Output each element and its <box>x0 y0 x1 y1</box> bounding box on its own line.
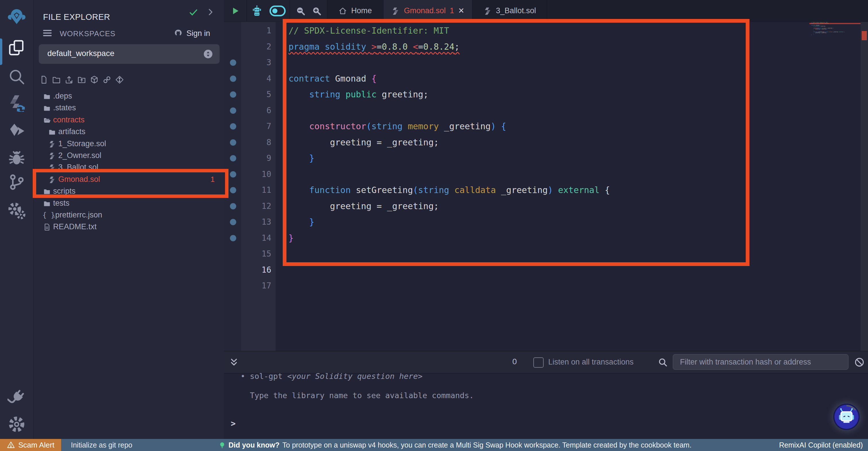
tree-item-tests[interactable]: tests <box>34 198 224 209</box>
workspace-value: default_workspace <box>48 49 114 58</box>
solidity-icon <box>48 152 56 160</box>
line-number: 14 <box>241 230 271 246</box>
code-line-6[interactable]: 6 <box>224 103 809 119</box>
remix-logo-icon[interactable] <box>7 7 26 26</box>
code-line-8[interactable]: 8 greeting = _greeting; <box>224 135 809 150</box>
code-line-16[interactable]: 16 <box>224 262 809 278</box>
solidity-icon <box>48 140 56 148</box>
sign-in-button[interactable]: Sign in <box>173 28 210 38</box>
code-line-14[interactable]: 14} <box>224 230 809 246</box>
close-tab-icon[interactable]: ✕ <box>458 6 464 15</box>
folder-icon <box>43 200 51 207</box>
tree-item-.prettierrc.json[interactable]: { }.prettierrc.json <box>34 209 224 221</box>
workspaces-row: WORKSPACES Sign in <box>43 28 215 40</box>
code-line-5[interactable]: 5 string public greeting; <box>224 86 809 103</box>
tab-ballot[interactable]: 3_Ballot.sol <box>472 0 547 22</box>
code-text: greeting = _greeting; <box>288 135 439 150</box>
code-line-2[interactable]: 2pragma solidity >=0.8.0 <=0.8.24; <box>224 39 809 55</box>
copilot-status-button[interactable]: RemixAI Copilot (enabled) <box>779 441 863 449</box>
plugin-manager-icon[interactable] <box>7 389 26 407</box>
active-plugin-indicator <box>0 38 2 65</box>
debugger-icon[interactable] <box>7 149 26 167</box>
copilot-toggle-icon[interactable] <box>269 5 286 17</box>
tree-item-3_Ballot.sol[interactable]: 3_Ballot.sol <box>34 162 224 173</box>
tree-item-1_Storage.sol[interactable]: 1_Storage.sol <box>34 138 224 150</box>
select-updown-icon <box>203 49 213 59</box>
code-text: contract Gmonad { <box>288 71 377 87</box>
code-line-15[interactable]: 15 <box>224 246 809 262</box>
lightbulb-icon <box>219 442 226 449</box>
run-script-button[interactable] <box>224 0 247 22</box>
init-git-repo-button[interactable]: Initialize as git repo <box>71 441 132 449</box>
workspace-select[interactable]: default_workspace <box>39 44 220 64</box>
zoom-in-icon[interactable] <box>312 6 321 16</box>
solidity-compiler-icon[interactable] <box>7 93 26 112</box>
code-line-3[interactable]: 3 <box>224 55 809 71</box>
warning-icon <box>7 441 15 449</box>
tree-item-artifacts[interactable]: artifacts <box>34 126 224 138</box>
tree-item-.states[interactable]: .states <box>34 102 224 114</box>
zoom-out-icon[interactable] <box>296 6 305 16</box>
editor-scrollbar[interactable] <box>861 22 868 351</box>
tree-item-label: .states <box>53 104 76 112</box>
code-line-11[interactable]: 11 function setGreeting(string calldata … <box>224 182 809 198</box>
line-number: 4 <box>241 71 271 87</box>
upload-file-icon[interactable] <box>65 75 73 84</box>
deploy-run-icon[interactable] <box>7 122 26 140</box>
tree-item-README.txt[interactable]: README.txt <box>34 221 224 233</box>
collapse-terminal-icon[interactable] <box>229 358 239 367</box>
upload-folder-icon[interactable] <box>77 75 86 84</box>
line-number: 13 <box>241 214 271 230</box>
git-icon[interactable] <box>7 173 26 191</box>
new-file-icon[interactable] <box>39 75 48 84</box>
tree-item-.deps[interactable]: .deps <box>34 90 224 102</box>
tab-gmonad[interactable]: Gmonad.sol 1 ✕ <box>383 0 472 22</box>
settings-icon[interactable] <box>7 415 26 433</box>
minimap[interactable]: // SPDX-License-Identifier: MITpragma so… <box>809 22 861 38</box>
scam-alert-label: Scam Alert <box>19 441 55 450</box>
script-runner-icon[interactable] <box>7 202 26 220</box>
editor-area: 1// SPDX-License-Identifier: MIT2pragma … <box>224 0 868 351</box>
terminal-search-icon[interactable] <box>658 357 668 367</box>
git-diamond-icon[interactable] <box>115 75 124 84</box>
tree-item-contracts[interactable]: contracts <box>34 114 224 126</box>
ipfs-box-icon[interactable] <box>90 75 99 84</box>
hamburger-menu-icon[interactable] <box>43 30 52 37</box>
scam-alert-button[interactable]: Scam Alert <box>0 439 61 451</box>
line-number: 6 <box>241 103 271 119</box>
remixai-robot-icon[interactable] <box>251 5 263 17</box>
code-text: greeting = _greeting; <box>288 198 439 214</box>
terminal-prompt[interactable]: > <box>231 419 236 428</box>
clear-terminal-icon[interactable] <box>854 357 865 367</box>
new-folder-icon[interactable] <box>52 75 61 84</box>
code-line-4[interactable]: 4contract Gmonad { <box>224 71 809 87</box>
code-line-7[interactable]: 7 constructor(string memory _greeting) { <box>224 118 809 135</box>
check-icon[interactable] <box>189 7 198 17</box>
tab-home[interactable]: Home <box>327 0 383 22</box>
transaction-filter-input[interactable] <box>673 354 848 370</box>
folder-open-icon <box>43 116 51 124</box>
error-count-badge: 1 <box>211 175 215 184</box>
code-line-10[interactable]: 10 <box>224 166 809 182</box>
code-text: function setGreeting(string calldata _gr… <box>288 182 610 198</box>
folder-icon <box>43 188 51 195</box>
file-explorer-icon[interactable] <box>7 38 26 57</box>
code-line-1[interactable]: 1// SPDX-License-Identifier: MIT <box>224 23 809 39</box>
tree-item-Gmonad.sol[interactable]: Gmonad.sol1 <box>34 174 224 186</box>
tree-item-2_Owner.sol[interactable]: 2_Owner.sol <box>34 150 224 162</box>
tree-item-label: 3_Ballot.sol <box>58 163 98 172</box>
search-icon[interactable] <box>7 67 26 86</box>
code-line-17[interactable]: 17 <box>224 278 809 294</box>
folder-icon <box>48 128 56 136</box>
solidity-file-icon <box>391 7 400 15</box>
panel-title: FILE EXPLORER <box>43 12 110 22</box>
remixai-assistant-button[interactable] <box>833 403 860 430</box>
code-line-9[interactable]: 9 } <box>224 150 809 166</box>
link-icon[interactable] <box>102 75 112 84</box>
chevron-right-icon[interactable] <box>206 7 215 17</box>
code-line-13[interactable]: 13 } <box>224 214 809 230</box>
code-line-12[interactable]: 12 greeting = _greeting; <box>224 198 809 214</box>
tree-item-scripts[interactable]: scripts <box>34 186 224 197</box>
listen-checkbox[interactable] <box>533 357 544 368</box>
tip-title: Did you know? <box>228 441 280 449</box>
